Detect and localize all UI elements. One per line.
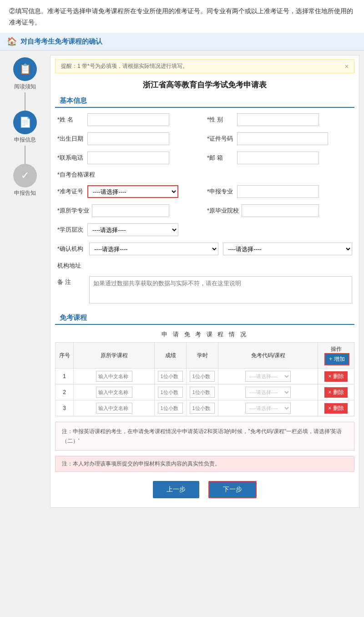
alert-close-button[interactable]: × bbox=[345, 63, 349, 70]
note-box-1: 注：申报英语课程的考生，在申请免考课程情况中申请英语2和英语3的时候，"免考代码… bbox=[55, 422, 354, 450]
next-button[interactable]: 下一步 bbox=[208, 481, 257, 498]
row-edu-level: *学历层次 ----请选择---- bbox=[57, 223, 352, 236]
row-3-action: × 删除 bbox=[318, 400, 354, 416]
label-apply-major: *申报专业 bbox=[207, 187, 234, 196]
textarea-remarks[interactable] bbox=[89, 276, 352, 303]
field-origin-school: *原毕业院校 bbox=[207, 204, 352, 217]
row-1-exempt-select[interactable]: ----请选择---- bbox=[245, 371, 291, 382]
row-3-exempt: ----请选择---- bbox=[218, 400, 318, 416]
input-gender[interactable] bbox=[237, 113, 319, 126]
row-2-hours bbox=[187, 384, 218, 400]
label-phone: *联系电话 bbox=[57, 154, 85, 162]
input-birthdate[interactable] bbox=[87, 132, 169, 145]
row-1-score-input[interactable] bbox=[158, 371, 183, 382]
sidebar-item-notify: ✓ 申报告知 bbox=[0, 164, 50, 199]
row-1-exempt: ----请选择---- bbox=[218, 369, 318, 384]
form-body: *姓 名 *性 别 *出生日期 *证件号码 bbox=[51, 113, 359, 303]
row-phone-email: *联系电话 *邮 箱 bbox=[57, 152, 352, 164]
col-header-course: 原所学课程 bbox=[74, 343, 155, 369]
page-header-title: 对自考考生免考课程的确认 bbox=[20, 37, 102, 46]
row-3-exempt-select[interactable]: ----请选择---- bbox=[245, 403, 291, 414]
row-1-delete-button[interactable]: × 删除 bbox=[324, 371, 347, 382]
exempt-section-header: 免考课程 bbox=[55, 312, 354, 325]
sidebar-item-report: 📄 申报信息 bbox=[0, 111, 50, 146]
row-passed-courses: *自考合格课程 bbox=[57, 171, 352, 179]
row-2-course bbox=[74, 384, 155, 400]
input-apply-major[interactable] bbox=[237, 185, 319, 198]
table-row: 2 ----请选择---- bbox=[56, 384, 354, 400]
col-header-exempt-code: 免考代码/课程 bbox=[218, 343, 318, 369]
row-1-no: 1 bbox=[56, 369, 74, 384]
input-id-number[interactable] bbox=[237, 132, 328, 145]
note-2-text: 注：本人对办理该事项所提交的申报材料实质内容的真实性负责。 bbox=[62, 460, 220, 467]
row-2-score-input[interactable] bbox=[158, 387, 183, 398]
content-area: 提醒：1 带*号为必填项，请根据实际情况进行填写。 × 浙江省高等教育自学考试免… bbox=[50, 55, 359, 508]
row-2-delete-button[interactable]: × 删除 bbox=[324, 387, 347, 398]
row-3-score bbox=[155, 400, 187, 416]
field-zk-number: *准考证号 ----请选择---- bbox=[57, 185, 202, 198]
row-remarks: 备 注 bbox=[57, 276, 352, 303]
row-2-exempt-select[interactable]: ----请选择---- bbox=[245, 387, 291, 398]
input-origin-school[interactable] bbox=[242, 204, 319, 217]
report-icon: 📄 bbox=[13, 111, 37, 134]
basic-info-section-header: 基本信息 bbox=[55, 95, 354, 108]
field-name: *姓 名 bbox=[57, 113, 202, 126]
note-box-2: 注：本人对办理该事项所提交的申报材料实质内容的真实性负责。 bbox=[55, 456, 354, 472]
page-header: 🏠 对自考考生免考课程的确认 bbox=[0, 33, 364, 51]
row-1-hours bbox=[187, 369, 218, 384]
row-2-course-input[interactable] bbox=[96, 387, 132, 398]
row-3-score-input[interactable] bbox=[158, 403, 183, 414]
field-edu-level: *学历层次 ----请选择---- bbox=[57, 223, 352, 236]
label-gender: *性 别 bbox=[207, 116, 234, 124]
sidebar-label-report: 申报信息 bbox=[14, 136, 36, 144]
read-icon: 📋 bbox=[13, 57, 37, 81]
row-2-hours-input[interactable] bbox=[190, 387, 215, 398]
col-header-action-label: 操作 bbox=[331, 346, 342, 352]
label-edu-level: *学历层次 bbox=[57, 226, 85, 234]
row-1-course bbox=[74, 369, 155, 384]
input-name[interactable] bbox=[87, 113, 169, 126]
form-title: 浙江省高等教育自学考试免考申请表 bbox=[51, 80, 359, 90]
row-1-hours-input[interactable] bbox=[190, 371, 215, 382]
row-3-delete-button[interactable]: × 删除 bbox=[324, 403, 347, 414]
label-origin-school: *原毕业院校 bbox=[207, 207, 239, 215]
row-institution: *确认机构 ----请选择---- ----请选择---- bbox=[57, 243, 352, 255]
label-email: *邮 箱 bbox=[207, 154, 234, 162]
row-3-course bbox=[74, 400, 155, 416]
alert-bar: 提醒：1 带*号为必填项，请根据实际情况进行填写。 × bbox=[55, 59, 354, 73]
field-gender: *性 别 bbox=[207, 113, 352, 126]
row-1-course-input[interactable] bbox=[96, 371, 132, 382]
connector-2 bbox=[25, 146, 25, 164]
select-institution1[interactable]: ----请选择---- bbox=[89, 243, 218, 255]
notify-icon: ✓ bbox=[13, 164, 37, 187]
select-edu-level[interactable]: ----请选择---- bbox=[87, 223, 178, 236]
sidebar-label-notify: 申报告知 bbox=[14, 189, 36, 197]
field-origin-major: *原所学专业 bbox=[57, 204, 202, 217]
label-passed-courses: *自考合格课程 bbox=[57, 171, 95, 179]
button-row: 上一步 下一步 bbox=[51, 481, 359, 498]
field-id-number: *证件号码 bbox=[207, 132, 352, 145]
row-3-course-input[interactable] bbox=[96, 403, 132, 414]
input-email[interactable] bbox=[237, 152, 319, 164]
row-2-no: 2 bbox=[56, 384, 74, 400]
select-institution2[interactable]: ----请选择---- bbox=[223, 243, 352, 255]
col-header-score: 成绩 bbox=[155, 343, 187, 369]
exempt-sub-title: 申 请 免 考 课 程 情 况 bbox=[51, 330, 359, 339]
input-phone[interactable] bbox=[87, 152, 169, 164]
select-zk-number[interactable]: ----请选择---- bbox=[87, 185, 178, 198]
top-instruction: ②填写信息。准考证号选择申请免考课程所在专业所使用的准考证号。同专业有两个或以上… bbox=[0, 0, 364, 33]
exempt-table: 序号 原所学课程 成绩 学时 免考代码/课程 操作 + 增加 1 bbox=[55, 342, 354, 416]
sidebar-label-read: 阅读须知 bbox=[14, 83, 36, 91]
input-origin-major[interactable] bbox=[92, 204, 169, 217]
col-header-action: 操作 + 增加 bbox=[318, 343, 354, 369]
label-origin-major: *原所学专业 bbox=[57, 207, 89, 215]
row-zk-major: *准考证号 ----请选择---- *申报专业 bbox=[57, 185, 352, 198]
prev-button[interactable]: 上一步 bbox=[153, 481, 199, 498]
add-row-button[interactable]: + 增加 bbox=[324, 353, 349, 365]
field-phone: *联系电话 bbox=[57, 152, 202, 164]
sidebar: 📋 阅读须知 📄 申报信息 ✓ 申报告知 bbox=[0, 51, 50, 512]
row-3-hours-input[interactable] bbox=[190, 403, 215, 414]
table-row: 1 ----请选择---- bbox=[56, 369, 354, 384]
col-header-hours: 学时 bbox=[187, 343, 218, 369]
row-birth-id: *出生日期 *证件号码 bbox=[57, 132, 352, 145]
